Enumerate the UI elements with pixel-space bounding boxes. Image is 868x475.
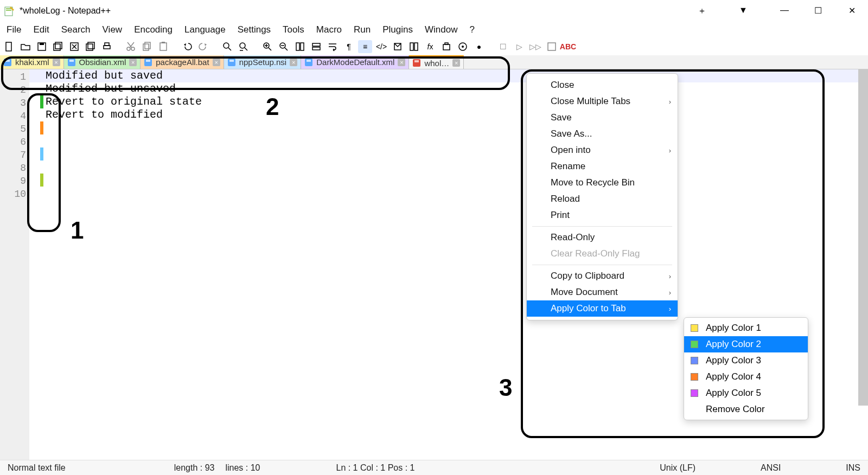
context-menu-item[interactable]: Read-Only [527, 229, 678, 246]
paste-icon[interactable] [156, 40, 170, 53]
context-menu-item[interactable]: Rename [527, 158, 678, 175]
wrap-icon[interactable] [326, 40, 340, 53]
document-tab[interactable]: Obsidian.xml × [64, 55, 141, 69]
print-icon[interactable] [100, 40, 114, 53]
color-submenu-item[interactable]: Apply Color 5 [684, 385, 808, 401]
record-icon[interactable]: ● [472, 40, 486, 53]
color-swatch-icon [691, 341, 698, 348]
menu-window[interactable]: Window [425, 24, 457, 35]
status-encoding[interactable]: ANSI [755, 463, 786, 473]
context-menu-item[interactable]: Save [527, 110, 678, 126]
macro-multiplay-icon[interactable]: ▷▷ [528, 40, 542, 53]
menu-run[interactable]: Run [354, 24, 371, 35]
context-menu-item[interactable]: Move to Recycle Bin [527, 175, 678, 191]
find-icon[interactable] [220, 40, 234, 53]
close-all-icon[interactable] [84, 40, 98, 53]
tab-close-icon[interactable]: × [53, 59, 60, 66]
plus-icon[interactable]: ＋ [694, 5, 710, 17]
menu-view[interactable]: View [103, 24, 123, 35]
menu-plugins[interactable]: Plugins [382, 24, 413, 35]
spellcheck-icon[interactable]: ABC [561, 40, 575, 53]
open-file-icon[interactable] [18, 40, 33, 53]
submenu-label: Remove Color [706, 404, 765, 414]
menu-encoding[interactable]: Encoding [134, 24, 173, 35]
document-tab[interactable]: khaki.xml × [0, 55, 64, 69]
monitoring-icon[interactable] [456, 40, 470, 53]
maximize-button[interactable]: ☐ [810, 5, 826, 17]
menu-language[interactable]: Language [184, 24, 226, 35]
color-submenu-item[interactable]: Apply Color 4 [684, 369, 808, 385]
zoom-in-icon[interactable] [260, 40, 275, 53]
redo-icon[interactable] [196, 40, 210, 53]
sync-vscroll-icon[interactable] [293, 40, 307, 53]
context-menu-item[interactable]: Copy to Clipboard› [527, 268, 678, 284]
tab-close-icon[interactable]: × [213, 59, 220, 66]
context-menu-item[interactable]: Apply Color to Tab› [527, 300, 678, 317]
context-menu-item[interactable]: Open into› [527, 142, 678, 158]
status-insert-mode[interactable]: INS [840, 463, 866, 473]
change-marker [40, 121, 43, 134]
context-menu-item[interactable]: Save As... [527, 126, 678, 142]
submenu-label: Apply Color 5 [706, 388, 761, 398]
context-menu-item[interactable]: Close [527, 77, 678, 93]
menu-macro[interactable]: Macro [316, 24, 342, 35]
function-list-icon[interactable]: fx [423, 40, 437, 53]
menu-file[interactable]: File [7, 24, 21, 35]
macro-play-icon[interactable]: ▷ [512, 40, 526, 53]
document-tab[interactable]: DarkModeDefault.xml × [301, 55, 409, 69]
menu-search[interactable]: Search [61, 24, 91, 35]
tab-close-icon[interactable]: × [290, 59, 297, 66]
svg-rect-25 [312, 43, 320, 46]
context-menu-item[interactable]: Print [527, 207, 678, 223]
document-tab[interactable]: whol… × [409, 55, 464, 69]
color-submenu-item[interactable]: Remove Color [684, 401, 808, 418]
new-file-icon[interactable] [2, 40, 16, 53]
lang-icon[interactable]: </> [374, 40, 388, 53]
color-submenu-item[interactable]: Apply Color 2 [684, 336, 808, 352]
color-submenu-item[interactable]: Apply Color 3 [684, 352, 808, 369]
sync-hscroll-icon[interactable] [309, 40, 323, 53]
undo-icon[interactable] [180, 40, 194, 53]
macro-save-icon[interactable] [545, 40, 559, 53]
copy-icon[interactable] [140, 40, 154, 53]
zoom-out-icon[interactable] [277, 40, 291, 53]
indent-guide-icon[interactable]: ≡ [358, 40, 372, 53]
menu-help[interactable]: ? [469, 24, 474, 35]
status-eol[interactable]: Unix (LF) [654, 463, 701, 473]
context-menu-item[interactable]: Reload [527, 191, 678, 207]
color-submenu-item[interactable]: Apply Color 1 [684, 320, 808, 336]
context-menu-item[interactable]: Move Document› [527, 284, 678, 300]
caret-down-icon[interactable]: ▼ [736, 5, 751, 17]
save-all-icon[interactable] [51, 40, 65, 53]
show-all-chars-icon[interactable]: ¶ [342, 40, 356, 53]
context-menu-item[interactable]: Close Multiple Tabs› [527, 93, 678, 110]
cut-icon[interactable] [124, 40, 138, 53]
macro-stop-icon[interactable]: ☐ [496, 40, 510, 53]
tab-close-icon[interactable]: × [452, 59, 460, 67]
tab-label: nppSetup.nsi [239, 57, 287, 67]
tab-context-menu: CloseClose Multiple Tabs›SaveSave As...O… [526, 73, 678, 320]
menu-settings[interactable]: Settings [238, 24, 271, 35]
tab-close-icon[interactable]: × [129, 59, 137, 66]
menu-tools[interactable]: Tools [283, 24, 304, 35]
document-tab[interactable]: nppSetup.nsi × [224, 55, 302, 69]
replace-icon[interactable] [237, 40, 251, 53]
toolbar: ¶ ≡ </> fx ● ☐ ▷ ▷▷ ABC [0, 38, 868, 55]
svg-point-20 [240, 43, 245, 48]
close-tab-icon[interactable] [67, 40, 81, 53]
doclist-icon[interactable] [407, 40, 421, 53]
menu-edit[interactable]: Edit [33, 24, 49, 35]
docmap-icon[interactable] [391, 40, 405, 53]
close-window-button[interactable]: ✕ [844, 5, 859, 17]
svg-rect-12 [105, 43, 109, 46]
tab-close-icon[interactable]: × [398, 59, 405, 66]
svg-rect-27 [410, 43, 413, 50]
folder-workspace-icon[interactable] [439, 40, 454, 53]
vertical-scrollbar[interactable] [858, 69, 868, 406]
save-icon[interactable] [35, 40, 49, 53]
window-controls: ＋ ▼ — ☐ ✕ [694, 5, 864, 17]
code-content: Modified but savedModified but unsavedRe… [46, 69, 202, 121]
minimize-button[interactable]: — [777, 5, 792, 17]
document-tab[interactable]: packageAll.bat × [141, 55, 224, 69]
svg-rect-33 [548, 43, 556, 50]
